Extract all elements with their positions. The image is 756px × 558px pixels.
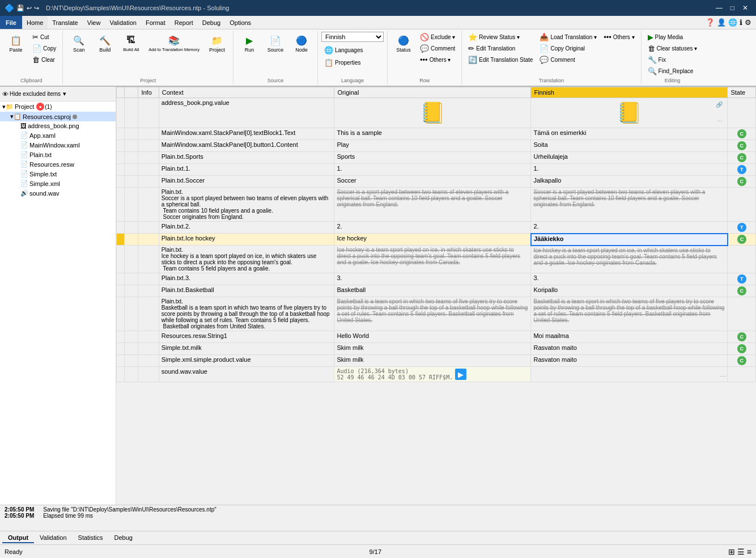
cell-state: C [728, 176, 756, 188]
tab-validation[interactable]: Validation [34, 533, 73, 543]
paste-button[interactable]: 📋 Paste [3, 32, 28, 55]
menu-home[interactable]: Home [22, 16, 48, 29]
table-row: Plain.txt.1. 1. 1. T [117, 164, 756, 176]
menu-format[interactable]: Format [141, 16, 170, 29]
cell-finnish: Basketball is a team sport in which two … [531, 297, 728, 331]
menu-validation[interactable]: Validation [105, 16, 141, 29]
play-audio-button[interactable]: ▶ [455, 369, 466, 380]
table-row: address_book.png.value 📒 📒 🔗 ⋯ [117, 98, 756, 128]
cell-context: Plain.txt.Sports [159, 152, 334, 164]
maximize-button[interactable]: □ [727, 3, 738, 13]
cell-context: MainWindow.xaml.StackPanel[0].button1.Co… [159, 140, 334, 152]
menu-view[interactable]: View [83, 16, 105, 29]
properties-button[interactable]: 📋Properties [321, 57, 364, 68]
help-icon[interactable]: ❓ [706, 18, 715, 27]
close-button[interactable]: ✕ [739, 3, 751, 13]
cell-original: 3. [334, 273, 531, 285]
build-button[interactable]: 🔨 Build [92, 32, 117, 55]
status-button[interactable]: 🔵 Status [391, 32, 416, 55]
tree-label-plain-txt: Plain.txt [29, 151, 52, 158]
cell-original: Skim milk [334, 343, 531, 355]
status-bar: 2:05:50 PM Saving file "D:\NT\Deploy\Sam… [0, 505, 756, 531]
audio-options-btn[interactable]: ⋯ [720, 373, 726, 381]
translation-comment-button[interactable]: 💬Comment [537, 54, 600, 65]
cell-finnish: Moi maailma [531, 331, 728, 343]
tree-item-simple-xml[interactable]: 📄 Simple.xml [0, 179, 116, 188]
menu-file[interactable]: File [0, 16, 22, 29]
col-info: Info [138, 87, 159, 98]
tree-item-mainwindow[interactable]: 📄 MainWindow.xaml [0, 140, 116, 150]
cell-state: C [728, 234, 756, 246]
row-others-button[interactable]: •••Others ▾ [417, 54, 458, 65]
tree-item-project[interactable]: ▾ 📁 Project ● (1) [0, 102, 116, 112]
info-icon[interactable]: ℹ [740, 18, 742, 27]
simple-txt-icon: 📄 [20, 170, 28, 177]
table-row: sound.wav.value Audio (216,364 bytes)52 … [117, 367, 756, 382]
detail-view-icon[interactable]: ≡ [747, 547, 751, 556]
language-dropdown[interactable]: Finnish [321, 32, 384, 42]
tree-item-plain-txt[interactable]: 📄 Plain.txt [0, 150, 116, 159]
build-all-button[interactable]: 🏗 Build All [118, 32, 143, 54]
settings-icon[interactable]: ⚙ [745, 18, 751, 27]
bottom-tabs: Output Validation Statistics Debug [0, 531, 756, 544]
exclude-button[interactable]: 🚫Exclude ▾ [417, 32, 458, 43]
cell-state [728, 98, 756, 128]
cell-finnish: ⋯ [531, 367, 728, 382]
translation-others-button[interactable]: •••Others ▾ [601, 32, 637, 43]
run-button[interactable]: ▶ Run [237, 32, 262, 55]
review-status-button[interactable]: ⭐Review Status ▾ [465, 32, 536, 43]
cell-state: T [728, 273, 756, 285]
menu-options[interactable]: Options [225, 16, 256, 29]
scan-button[interactable]: 🔍 Scan [66, 32, 91, 55]
list-view-icon[interactable]: ☰ [737, 547, 745, 556]
table-row[interactable]: Plain.txt.Ice hockey Ice hockey Jääkiekk… [117, 234, 756, 246]
minimize-button[interactable]: — [712, 3, 726, 13]
cell-finnish: 2. [531, 222, 728, 234]
tree-item-sound-wav[interactable]: 🔊 sound.wav [0, 188, 116, 198]
clear-statuses-button[interactable]: 🗑Clear statuses ▾ [645, 43, 700, 54]
user-icon[interactable]: 👤 [717, 18, 726, 27]
add-to-tm-button[interactable]: 📚 Add to Translation Memory [145, 32, 203, 54]
clear-button[interactable]: 🗑Clear [29, 54, 59, 65]
menu-report[interactable]: Report [170, 16, 198, 29]
filter-icon: 👁 [2, 91, 9, 98]
cell-original: 📒 [334, 98, 531, 128]
menu-debug[interactable]: Debug [198, 16, 225, 29]
languages-button[interactable]: 🌐Languages [321, 45, 366, 56]
app-xaml-icon: 📄 [20, 132, 28, 139]
find-replace-button[interactable]: 🔍Find_Replace [645, 66, 700, 77]
fix-button[interactable]: 🔧Fix [645, 54, 700, 65]
cell-finnish: Ice hockey is a team sport played on ice… [531, 246, 728, 273]
tree-item-simple-txt[interactable]: 📄 Simple.txt [0, 169, 116, 179]
title-text: D:\NT\Deploy\Samples\WinUI\Resources\Res… [46, 5, 229, 11]
copy-button[interactable]: 📄Copy [29, 43, 59, 54]
edit-translation-state-button[interactable]: 🔄Edit Translation State [465, 54, 536, 65]
tree-item-resources-resw[interactable]: 📄 Resources.resw [0, 159, 116, 169]
menu-translate[interactable]: Translate [48, 16, 82, 29]
project-button[interactable]: 📁 Project [205, 32, 230, 55]
tree-item-app-xaml[interactable]: 📄 App.xaml [0, 130, 116, 140]
play-media-button[interactable]: ▶Play Media [645, 32, 700, 43]
cut-button[interactable]: ✂Cut [29, 32, 59, 43]
filter-dropdown-arrow[interactable]: ▾ [63, 90, 66, 98]
menu-bar: File Home Translate View Validation Form… [0, 16, 756, 29]
tree-item-resources-csproj[interactable]: ▾ 📋 Resources.csproj [0, 112, 116, 121]
cell-finnish: Jalkapallo [531, 176, 728, 188]
row-comment-button[interactable]: 💬Comment [417, 43, 458, 54]
address-book-icon: 🖼 [20, 122, 27, 129]
cell-finnish[interactable]: Jääkiekko [531, 234, 728, 246]
copy-original-button[interactable]: 📄Copy Original [537, 43, 600, 54]
globe-icon[interactable]: 🌐 [728, 18, 737, 27]
tab-statistics[interactable]: Statistics [73, 533, 109, 543]
tree-item-address-book[interactable]: 🖼 address_book.png [0, 121, 116, 130]
tab-output[interactable]: Output [2, 533, 34, 543]
node-button[interactable]: 🔵 Node [289, 32, 314, 55]
grid-view-icon[interactable]: ⊞ [728, 547, 735, 556]
edit-translation-button[interactable]: ✏Edit Translation [465, 43, 536, 54]
ribbon: 📋 Paste ✂Cut 📄Copy 🗑Clear Clipboard [0, 29, 756, 87]
tab-debug[interactable]: Debug [109, 533, 138, 543]
bottom-status-bar: Ready 9/17 ⊞ ☰ ≡ [0, 544, 756, 558]
load-translation-button[interactable]: 📥Load Translation ▾ [537, 32, 600, 43]
tree-label-address-book: address_book.png [28, 122, 79, 129]
source-button[interactable]: 📄 Source [263, 32, 288, 55]
